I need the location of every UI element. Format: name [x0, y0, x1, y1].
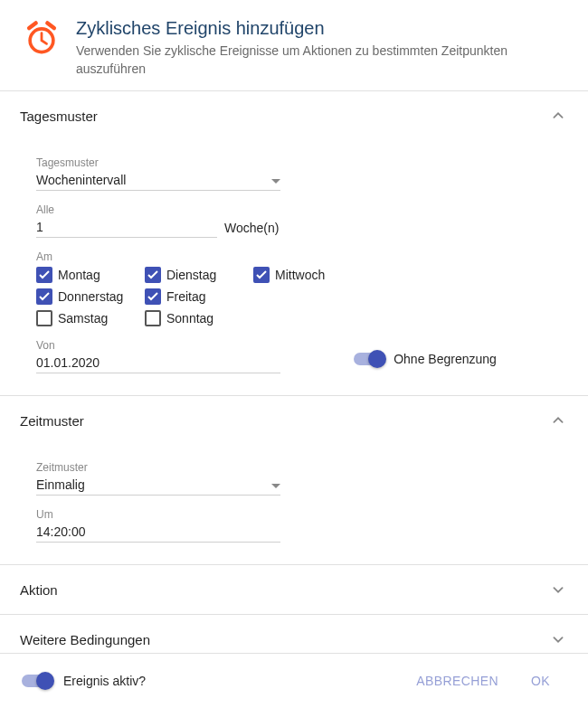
chevron-down-icon: [548, 580, 568, 599]
dialog-title: Zyklisches Ereignis hinzufügen: [76, 16, 570, 40]
panel-aktion: Aktion: [0, 565, 588, 615]
von-label: Von: [36, 339, 280, 352]
panel-tagesmuster: Tagesmuster Tagesmuster Wochenintervall …: [0, 91, 588, 396]
day-montag[interactable]: Montag: [36, 267, 136, 283]
active-toggle[interactable]: Ereignis aktiv?: [22, 674, 400, 688]
day-label: Freitag: [166, 289, 206, 304]
panel-header-weitere[interactable]: Weitere Bedingungen: [0, 615, 588, 653]
day-donnerstag[interactable]: Donnerstag: [36, 288, 136, 305]
chevron-up-icon: [548, 106, 568, 126]
alarm-clock-icon: [22, 18, 62, 78]
zeitmuster-select-value: Einmalig: [36, 477, 271, 492]
dialog-subtitle: Verwenden Sie zyklische Ereignisse um Ak…: [76, 42, 570, 78]
content-scroll[interactable]: Tagesmuster Tagesmuster Wochenintervall …: [0, 90, 588, 653]
von-value: 01.01.2020: [36, 355, 280, 370]
panel-title-aktion: Aktion: [20, 582, 548, 598]
alle-label: Alle: [36, 203, 552, 216]
ok-button[interactable]: OK: [515, 666, 566, 695]
day-label: Dienstag: [166, 268, 216, 282]
dialog-footer: Ereignis aktiv? ABBRECHEN OK: [0, 653, 588, 708]
tagesmuster-select[interactable]: Wochenintervall: [36, 169, 280, 191]
checkbox-icon: [36, 267, 52, 283]
um-label: Um: [36, 508, 552, 521]
day-mittwoch[interactable]: Mittwoch: [253, 267, 353, 283]
panel-header-aktion[interactable]: Aktion: [0, 565, 588, 614]
cancel-button[interactable]: ABBRECHEN: [400, 666, 515, 695]
day-label: Samstag: [58, 311, 108, 326]
panel-header-tagesmuster[interactable]: Tagesmuster: [0, 91, 588, 140]
dialog-header: Zyklisches Ereignis hinzufügen Verwenden…: [0, 0, 588, 90]
day-label: Mittwoch: [275, 268, 325, 282]
zeitmuster-select[interactable]: Einmalig: [36, 474, 280, 496]
day-freitag[interactable]: Freitag: [145, 288, 244, 305]
unbounded-label: Ohne Begrenzung: [394, 352, 497, 366]
am-label: Am: [36, 250, 552, 263]
checkbox-icon: [253, 267, 270, 283]
um-value: 14:20:00: [36, 524, 280, 539]
day-label: Montag: [58, 268, 100, 282]
checkbox-icon: [36, 310, 52, 326]
von-input[interactable]: 01.01.2020: [36, 352, 280, 373]
alle-value: 1: [36, 220, 43, 234]
day-dienstag[interactable]: Dienstag: [145, 267, 244, 283]
day-label: Sonntag: [166, 311, 213, 326]
chevron-up-icon: [548, 411, 568, 430]
unbounded-toggle[interactable]: Ohne Begrenzung: [299, 352, 552, 373]
zeitmuster-select-label: Zeitmuster: [36, 461, 552, 474]
checkbox-icon: [145, 288, 161, 305]
day-samstag[interactable]: Samstag: [36, 310, 136, 326]
dropdown-icon: [271, 477, 280, 492]
checkbox-icon: [36, 288, 52, 305]
checkbox-icon: [145, 310, 161, 326]
dropdown-icon: [271, 173, 280, 187]
checkbox-icon: [145, 267, 161, 283]
days-group: Montag Dienstag Mittwoch Donnerstag: [36, 267, 552, 326]
panel-title-tagesmuster: Tagesmuster: [20, 109, 548, 124]
alle-unit: Woche(n): [224, 221, 279, 238]
panel-title-zeitmuster: Zeitmuster: [20, 413, 548, 429]
toggle-icon: [22, 675, 52, 687]
panel-header-zeitmuster[interactable]: Zeitmuster: [0, 396, 588, 445]
tagesmuster-select-label: Tagesmuster: [36, 156, 552, 169]
panel-title-weitere: Weitere Bedingungen: [20, 632, 548, 647]
alle-input[interactable]: 1: [36, 216, 217, 238]
toggle-icon: [354, 353, 384, 365]
day-sonntag[interactable]: Sonntag: [145, 310, 244, 326]
panel-zeitmuster: Zeitmuster Zeitmuster Einmalig Um 14:20:…: [0, 396, 588, 565]
panel-weitere: Weitere Bedingungen: [0, 615, 588, 653]
active-label: Ereignis aktiv?: [63, 674, 146, 688]
tagesmuster-select-value: Wochenintervall: [36, 173, 271, 187]
chevron-down-icon: [548, 629, 568, 649]
um-input[interactable]: 14:20:00: [36, 521, 280, 543]
day-label: Donnerstag: [58, 289, 123, 304]
